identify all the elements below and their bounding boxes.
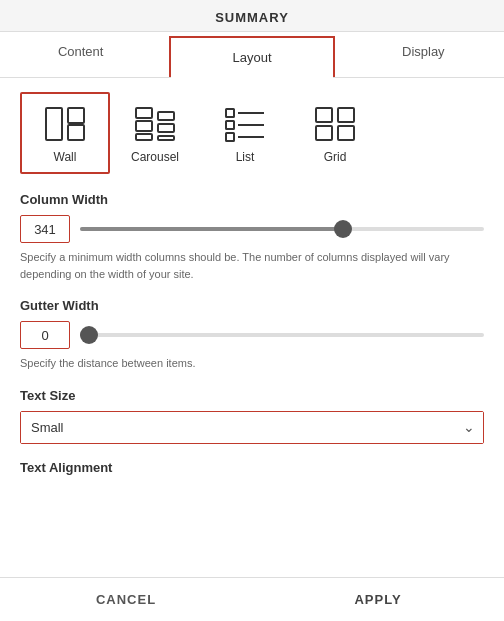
summary-header: SUMMARY (0, 0, 504, 32)
svg-rect-4 (136, 121, 152, 131)
svg-rect-8 (158, 136, 174, 140)
column-width-slider[interactable] (80, 227, 484, 231)
list-label: List (236, 150, 255, 164)
list-icon (222, 104, 268, 144)
svg-rect-6 (158, 112, 174, 120)
cancel-button[interactable]: CANCEL (0, 578, 252, 621)
tab-layout[interactable]: Layout (169, 36, 334, 77)
column-width-label: Column Width (20, 192, 484, 207)
content-area: Wall Carousel (0, 78, 504, 577)
column-width-helper: Specify a minimum width columns should b… (20, 249, 484, 282)
text-size-label: Text Size (20, 388, 484, 403)
text-alignment-label: Text Alignment (20, 460, 484, 475)
svg-rect-7 (158, 124, 174, 132)
svg-rect-11 (226, 121, 234, 129)
svg-rect-18 (338, 126, 354, 140)
tab-content[interactable]: Content (0, 32, 161, 77)
wall-icon (42, 104, 88, 144)
svg-rect-0 (46, 108, 62, 140)
svg-rect-17 (316, 126, 332, 140)
apply-button[interactable]: APPLY (252, 578, 504, 621)
text-size-section: Text Size Small Medium Large ⌄ (20, 388, 484, 444)
svg-rect-16 (338, 108, 354, 122)
svg-rect-3 (136, 108, 152, 118)
tab-display[interactable]: Display (343, 32, 504, 77)
footer-row: CANCEL APPLY (0, 577, 504, 621)
svg-rect-13 (226, 133, 234, 141)
text-alignment-section: Text Alignment (20, 460, 484, 475)
svg-rect-1 (68, 108, 84, 123)
gutter-width-label: Gutter Width (20, 298, 484, 313)
layout-icons-row: Wall Carousel (20, 92, 484, 174)
gutter-width-input[interactable] (20, 321, 70, 349)
layout-option-list[interactable]: List (200, 92, 290, 174)
text-size-select[interactable]: Small Medium Large (21, 412, 483, 443)
wall-label: Wall (54, 150, 77, 164)
layout-option-carousel[interactable]: Carousel (110, 92, 200, 174)
grid-icon (312, 104, 358, 144)
svg-rect-2 (68, 125, 84, 140)
text-size-select-wrapper: Small Medium Large ⌄ (20, 411, 484, 444)
tabs-row: Content Layout Display (0, 32, 504, 78)
summary-title: SUMMARY (215, 10, 289, 25)
svg-rect-9 (226, 109, 234, 117)
gutter-width-helper: Specify the distance between items. (20, 355, 484, 372)
gutter-width-section: Gutter Width Specify the distance betwee… (20, 298, 484, 372)
layout-option-wall[interactable]: Wall (20, 92, 110, 174)
gutter-width-row (20, 321, 484, 349)
column-width-row (20, 215, 484, 243)
svg-rect-5 (136, 134, 152, 140)
column-width-input[interactable] (20, 215, 70, 243)
carousel-label: Carousel (131, 150, 179, 164)
carousel-icon (132, 104, 178, 144)
grid-label: Grid (324, 150, 347, 164)
svg-rect-15 (316, 108, 332, 122)
layout-option-grid[interactable]: Grid (290, 92, 380, 174)
gutter-width-slider[interactable] (80, 333, 484, 337)
